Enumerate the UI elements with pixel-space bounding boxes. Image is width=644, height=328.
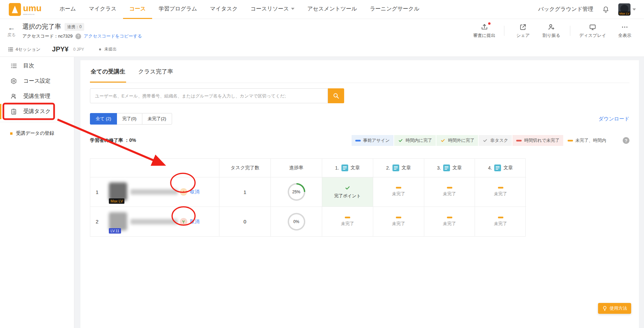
ellipsis-icon xyxy=(621,23,628,31)
task-count-cell: 0 xyxy=(219,207,271,236)
main-panel: 全ての受講生 クラス完了率 全て (2) 完了(0) 未完了(2) ダウンロード xyxy=(80,60,639,328)
filter-incomplete[interactable]: 未完了(2) xyxy=(142,113,172,125)
blurred-student-name xyxy=(130,189,178,195)
task-status-cell: 未完了 xyxy=(424,207,475,236)
chevron-down-icon xyxy=(633,8,636,10)
display-button[interactable]: ディスプレイ xyxy=(579,23,606,39)
sidebar-item-learning-tasks[interactable]: 受講タスク xyxy=(0,104,74,119)
main-nav: ホーム マイクラス コース 学習プログラム マイタスク コースリソース アセスメ… xyxy=(53,0,426,19)
background-admin-link[interactable]: バックグラウンド管理 xyxy=(538,6,593,13)
clipboard-icon xyxy=(10,108,17,115)
back-button[interactable]: ← 戻る xyxy=(7,24,16,38)
gear-icon xyxy=(10,78,17,85)
sprout-icon xyxy=(180,218,187,225)
top-nav: umu www.umu.co ホーム マイクラス コース 学習プログラム マイタ… xyxy=(0,0,644,19)
filter-all[interactable]: 全て (2) xyxy=(90,113,117,125)
level-badge: Max LV xyxy=(109,198,124,204)
progress-ring: 0% xyxy=(288,213,305,231)
sidebar-item-course-settings[interactable]: コース設定 xyxy=(0,73,74,89)
document-icon xyxy=(341,165,348,171)
help-icon[interactable]: ? xyxy=(75,34,81,39)
task-count-cell: 1 xyxy=(219,177,271,207)
umu-logo-icon xyxy=(9,3,21,16)
sidebar-item-toc[interactable]: 目次 xyxy=(0,58,74,73)
assign-button[interactable]: 割り振る xyxy=(542,23,561,39)
nav-assessment-tool[interactable]: アセスメントツール xyxy=(301,0,363,19)
nav-learning-program[interactable]: 学習プログラム xyxy=(152,0,204,19)
dash-icon xyxy=(345,217,350,218)
submission-status: 未提出 xyxy=(104,46,117,52)
document-icon xyxy=(392,165,399,171)
submit-review-button[interactable]: 審査に提出 xyxy=(473,23,495,39)
level-badge: LV.11 xyxy=(109,228,121,234)
nav-my-task[interactable]: マイタスク xyxy=(204,0,244,19)
upload-icon xyxy=(481,23,488,31)
person-add-icon xyxy=(548,23,555,31)
legend-non-task: 非タスク xyxy=(479,135,512,146)
learner-completion-rate: 学習者の修了率 ：0% xyxy=(90,137,136,144)
avatar: Max LV xyxy=(109,182,128,201)
bulb-icon xyxy=(602,306,607,311)
header-task-count: タスク完了数 xyxy=(219,159,271,177)
search-input[interactable] xyxy=(90,88,328,103)
download-link[interactable]: ダウンロード xyxy=(598,116,629,122)
usage-help-button[interactable]: 使用方法 xyxy=(598,303,631,314)
chevron-down-icon xyxy=(291,8,294,10)
dash-icon xyxy=(498,217,503,218)
help-icon[interactable]: ? xyxy=(623,137,629,144)
task-status-cell: 未完了 xyxy=(475,207,526,236)
link-count-badge: 連携：0 xyxy=(65,23,85,31)
legend-done-overtime: 時間外に完了 xyxy=(436,135,478,146)
avatar: Max LV xyxy=(618,3,630,16)
nav-home[interactable]: ホーム xyxy=(53,0,82,19)
tab-all-students[interactable]: 全ての受講生 xyxy=(90,60,126,83)
filter-completed[interactable]: 完了(0) xyxy=(117,113,142,125)
legend-done-in-time: 時間内に完了 xyxy=(394,135,436,146)
nav-my-class[interactable]: マイクラス xyxy=(82,0,123,19)
dash-icon xyxy=(396,217,401,218)
currency-label: JPY¥ xyxy=(52,45,69,53)
people-icon xyxy=(10,93,17,100)
dash-icon xyxy=(355,140,361,141)
copy-access-code-link[interactable]: アクセスコードをコピーする xyxy=(84,33,142,39)
dash-icon xyxy=(396,187,401,189)
dash-icon xyxy=(447,187,452,189)
sidebar-item-data-registration[interactable]: 受講データの登録 xyxy=(0,127,74,140)
notification-bell-icon[interactable] xyxy=(602,6,610,13)
task-status-cell: 未完了 xyxy=(475,177,526,207)
sessions-info: 4セッション xyxy=(7,46,41,52)
user-menu[interactable]: Max LV xyxy=(618,3,636,16)
blurred-student-name xyxy=(130,219,178,224)
legend-expired-incomplete: 時間切れで未完了 xyxy=(512,135,563,146)
cancel-assignment-link[interactable]: 取消 xyxy=(190,219,199,225)
nav-course[interactable]: コース xyxy=(123,0,152,19)
divider xyxy=(0,122,74,122)
course-meta-bar: 4セッション JPY¥ 0 JPY 未提出 xyxy=(0,42,644,57)
document-icon xyxy=(443,165,450,171)
tab-class-completion[interactable]: クラス完了率 xyxy=(138,60,174,83)
back-arrow-icon: ← xyxy=(8,24,15,31)
sidebar-item-student-management[interactable]: 受講生管理 xyxy=(0,89,74,104)
notification-dot xyxy=(488,22,491,25)
search-icon xyxy=(332,92,340,100)
task-status-cell: 未完了 xyxy=(424,177,475,207)
student-progress-table: タスク完了数 進捗率 1. 文章 2. 文章 3. 文章 xyxy=(90,158,526,237)
progress-cell: 0% xyxy=(271,207,322,236)
nav-learning-circle[interactable]: ラーニングサークル xyxy=(363,0,426,19)
nav-course-resource[interactable]: コースリソース xyxy=(244,0,301,19)
check-icon xyxy=(398,138,403,143)
access-code: アクセスコード：nc7329 xyxy=(22,33,72,39)
umu-logo[interactable]: umu www.umu.co xyxy=(9,3,42,16)
header-name-cell xyxy=(90,159,219,177)
dash-icon xyxy=(447,217,452,218)
show-all-button[interactable]: 全表示 xyxy=(615,23,635,39)
share-button[interactable]: シェア xyxy=(513,23,533,39)
table-row-student-2: 2 LV.11 取消 xyxy=(90,207,219,236)
check-icon xyxy=(440,138,446,143)
check-icon xyxy=(482,138,488,143)
logo-domain: www.umu.co xyxy=(23,13,42,15)
avatar: LV.11 xyxy=(109,212,128,231)
progress-ring: 25% xyxy=(288,183,305,201)
search-button[interactable] xyxy=(328,88,344,103)
cancel-assignment-link[interactable]: 取消 xyxy=(190,189,199,195)
